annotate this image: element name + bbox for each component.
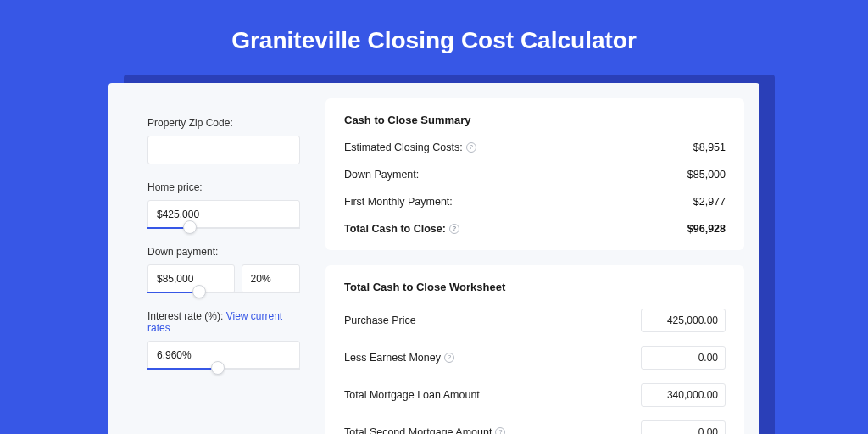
summary-row-label: First Monthly Payment: <box>344 196 453 208</box>
summary-row-label: Down Payment: <box>344 169 419 181</box>
results-column: Cash to Close Summary Estimated Closing … <box>326 98 744 434</box>
summary-row: Estimated Closing Costs: ? $8,951 <box>344 142 726 153</box>
worksheet-row-label: Less Earnest Money ? <box>344 352 454 364</box>
interest-slider[interactable] <box>147 368 300 370</box>
down-payment-pct-input[interactable] <box>242 264 300 293</box>
summary-row: Down Payment: $85,000 <box>344 169 726 181</box>
worksheet-row-label: Purchase Price <box>344 314 416 326</box>
page-root: Graniteville Closing Cost Calculator Pro… <box>0 0 868 434</box>
summary-row-label: Total Cash to Close: ? <box>344 223 459 235</box>
worksheet-title: Total Cash to Close Worksheet <box>344 281 726 293</box>
down-payment-slider-fill <box>147 292 199 293</box>
zip-label: Property Zip Code: <box>147 117 300 129</box>
summary-row-value: $8,951 <box>693 142 726 153</box>
home-price-slider-thumb[interactable] <box>183 220 197 234</box>
interest-group: Interest rate (%): View current rates <box>147 310 300 370</box>
calculator-card: Property Zip Code: Home price: Down paym… <box>108 83 760 434</box>
down-payment-slider-thumb[interactable] <box>192 285 206 298</box>
home-price-input[interactable] <box>147 200 300 229</box>
help-icon[interactable]: ? <box>444 353 454 363</box>
help-icon[interactable]: ? <box>449 224 459 234</box>
zip-group: Property Zip Code: <box>147 117 300 164</box>
worksheet-row-input[interactable] <box>641 309 726 332</box>
worksheet-row-input[interactable] <box>641 383 726 407</box>
summary-row-value: $96,928 <box>687 223 726 235</box>
worksheet-row-input[interactable] <box>641 346 726 370</box>
worksheet-row-label: Total Mortgage Loan Amount <box>344 389 480 401</box>
down-payment-label: Down payment: <box>147 246 300 258</box>
worksheet-row-input[interactable] <box>641 420 726 434</box>
down-payment-slider[interactable] <box>147 292 300 293</box>
summary-row: First Monthly Payment: $2,977 <box>344 196 726 208</box>
summary-row-label: Estimated Closing Costs: ? <box>344 142 476 153</box>
summary-row-value: $2,977 <box>693 196 726 208</box>
interest-slider-thumb[interactable] <box>211 361 225 375</box>
summary-title: Cash to Close Summary <box>344 114 726 126</box>
summary-panel: Cash to Close Summary Estimated Closing … <box>326 98 744 250</box>
worksheet-row: Total Mortgage Loan Amount <box>344 383 726 407</box>
worksheet-row: Total Second Mortgage Amount ? <box>344 420 726 434</box>
home-price-group: Home price: <box>147 181 300 229</box>
home-price-slider[interactable] <box>147 227 300 229</box>
interest-label-text: Interest rate (%): <box>147 310 223 322</box>
worksheet-row: Purchase Price <box>344 309 726 332</box>
down-payment-row <box>147 264 300 293</box>
home-price-label: Home price: <box>147 181 300 193</box>
interest-slider-fill <box>147 368 218 370</box>
down-payment-group: Down payment: <box>147 246 300 293</box>
page-title: Graniteville Closing Cost Calculator <box>0 0 868 54</box>
summary-row-value: $85,000 <box>687 169 726 181</box>
worksheet-panel: Total Cash to Close Worksheet Purchase P… <box>326 265 744 434</box>
down-payment-input[interactable] <box>147 264 235 293</box>
help-icon[interactable]: ? <box>495 427 505 434</box>
interest-label: Interest rate (%): View current rates <box>147 310 300 334</box>
worksheet-row-label: Total Second Mortgage Amount ? <box>344 426 505 434</box>
inputs-column: Property Zip Code: Home price: Down paym… <box>124 98 310 434</box>
help-icon[interactable]: ? <box>466 142 476 153</box>
zip-input[interactable] <box>147 136 300 164</box>
summary-row-total: Total Cash to Close: ? $96,928 <box>344 223 726 235</box>
worksheet-row: Less Earnest Money ? <box>344 346 726 370</box>
